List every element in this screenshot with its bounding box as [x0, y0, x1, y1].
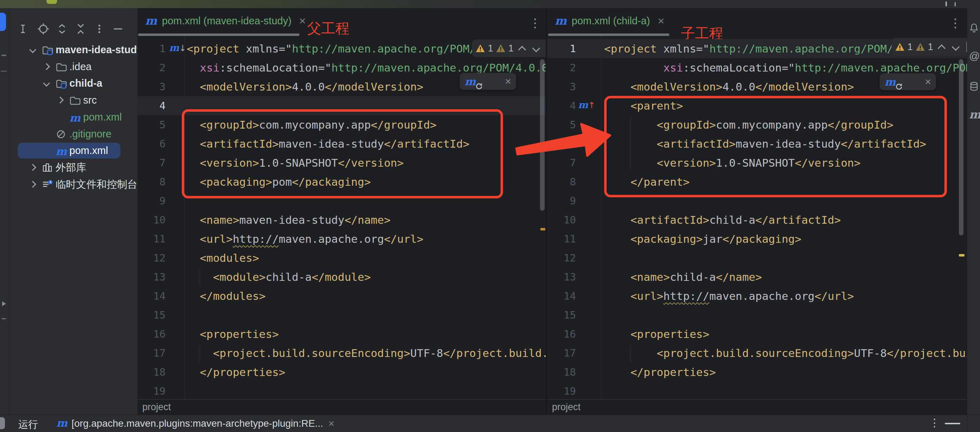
warning-stripe-mark[interactable] [959, 254, 964, 257]
line-number[interactable]: 8 [550, 172, 576, 191]
line-number[interactable]: 2 [142, 58, 165, 77]
line-number[interactable]: 4 [550, 96, 576, 115]
code-line[interactable]: <properties> [604, 325, 710, 344]
tree-item-.idea[interactable]: .idea [9, 59, 137, 75]
maven-reload-widget[interactable]: m × [460, 73, 516, 90]
line-number[interactable]: 17 [142, 344, 165, 363]
code-line[interactable]: <groupId>com.mycompany.app</groupId> [604, 115, 893, 134]
code-line[interactable]: <url>http://maven.apache.org</url> [187, 230, 423, 249]
prev-problem-icon[interactable] [938, 45, 946, 53]
editor-tabs-menu-icon[interactable]: ⋮ [949, 16, 961, 30]
inspections-widget[interactable]: 1 1 [472, 40, 546, 57]
code-line[interactable]: <modelVersion>4.0.0</modelVersion> [187, 77, 423, 96]
maven-reload-widget[interactable]: m × [880, 73, 936, 90]
line-number[interactable]: 9 [142, 191, 165, 210]
run-widget-label[interactable]: 运行 [18, 418, 38, 431]
code-line[interactable]: <project xmlns="http://maven.apache.org/… [604, 39, 933, 58]
line-number[interactable]: 18 [550, 363, 576, 382]
chevron-right-icon[interactable] [29, 164, 36, 171]
code-line[interactable]: <version>1.0-SNAPSHOT</version> [187, 153, 404, 172]
editor-scrollbar[interactable] [540, 59, 545, 211]
warning-stripe-mark[interactable] [540, 228, 545, 230]
code-line[interactable]: </properties> [604, 363, 716, 382]
tab-close-icon[interactable]: × [658, 14, 664, 27]
line-number[interactable]: 13 [550, 268, 576, 287]
run-stripe-icon[interactable] [2, 301, 6, 306]
breadcrumb-item[interactable]: project [142, 402, 171, 413]
line-number[interactable]: 16 [550, 325, 576, 344]
line-number[interactable]: 12 [550, 249, 576, 268]
code-line[interactable]: <artifactId>maven-idea-study</artifactId… [187, 134, 469, 153]
prev-problem-icon[interactable] [518, 46, 526, 54]
code-line[interactable]: </modules> [187, 287, 266, 306]
code-line[interactable]: <packaging>pom</packaging> [187, 172, 371, 191]
line-number[interactable]: 15 [550, 306, 576, 325]
ai-assistant-at-icon[interactable]: @ [969, 51, 979, 61]
line-number[interactable]: 10 [142, 210, 165, 230]
chevron-right-icon[interactable] [57, 97, 64, 104]
close-run-icon[interactable]: × [328, 418, 335, 430]
tab-pom-child[interactable]: m pom.xml (child-a) × [548, 8, 671, 33]
tree-item-pom.xml[interactable]: mpom.xml [9, 109, 137, 126]
code-line[interactable]: <name>child-a</name> [604, 268, 762, 287]
line-number[interactable]: 8 [142, 172, 165, 191]
line-number[interactable]: 7 [550, 153, 576, 172]
maven-navigate-down-icon[interactable]: m↓ [169, 39, 186, 58]
line-number[interactable]: 15 [142, 306, 165, 325]
dismiss-icon[interactable]: × [925, 76, 931, 88]
line-number[interactable]: 12 [142, 249, 165, 268]
code-line[interactable]: <module>child-a</module> [187, 268, 371, 287]
line-number[interactable]: 9 [550, 191, 576, 210]
line-number[interactable]: 14 [142, 287, 165, 306]
chevron-right-icon[interactable] [29, 181, 36, 188]
next-problem-icon[interactable] [952, 43, 960, 51]
line-number[interactable]: 3 [142, 77, 165, 96]
project-tool-window-icon[interactable] [0, 13, 6, 31]
code-line[interactable]: <packaging>jar</packaging> [604, 230, 802, 249]
tree-item-src[interactable]: src [9, 92, 137, 108]
code-line[interactable]: <url>http://maven.apache.org</url> [604, 287, 854, 306]
line-number[interactable]: 11 [550, 230, 576, 249]
database-icon[interactable] [969, 81, 979, 91]
code-line[interactable]: <project.build.sourceEncoding>UTF-8</pro… [187, 344, 546, 363]
tree-item-pom.xml[interactable]: mpom.xml [9, 142, 137, 159]
code-line[interactable]: <artifactId>child-a</artifactId> [604, 210, 841, 230]
run-configuration-text[interactable]: [org.apache.maven.plugins:maven-archetyp… [72, 418, 323, 429]
inspections-widget[interactable]: 1 1 [892, 38, 967, 56]
code-line[interactable]: <modelVersion>4.0.0</modelVersion> [604, 77, 854, 96]
code-line[interactable]: <parent> [604, 96, 683, 115]
line-number[interactable]: 7 [142, 153, 165, 172]
code-line[interactable]: <groupId>com.mycompany.app</groupId> [187, 115, 436, 134]
line-number[interactable]: 19 [550, 382, 576, 401]
code-line[interactable]: <name>maven-idea-study</name> [187, 210, 391, 230]
line-number[interactable]: 2 [550, 58, 576, 77]
tree-item-.gitignore[interactable]: .gitignore [9, 126, 137, 142]
status-hide-icon[interactable] [945, 423, 960, 424]
stripe-icon[interactable] [2, 54, 6, 56]
line-number[interactable]: 5 [142, 115, 165, 134]
breadcrumb-item[interactable]: project [552, 402, 581, 413]
line-number[interactable]: 14 [550, 287, 576, 306]
code-line[interactable]: <project xmlns="http://maven.apache.org/… [187, 39, 515, 58]
line-number[interactable]: 3 [550, 77, 576, 96]
code-line[interactable]: <modules> [187, 249, 259, 268]
tree-item-maven-idea-study[interactable]: maven-idea-study [9, 41, 137, 58]
line-number[interactable]: 19 [142, 382, 165, 401]
code-line[interactable]: <project.build.sourceEncoding>UTF-8</pro… [604, 344, 967, 363]
editor-scrollbar[interactable] [959, 59, 963, 235]
code-line[interactable]: </properties> [187, 363, 285, 382]
line-number[interactable]: 16 [142, 325, 165, 344]
line-number[interactable]: 10 [550, 210, 576, 230]
chevron-right-icon[interactable] [43, 63, 50, 70]
tree-item-临时文件和控制台[interactable]: 临时文件和控制台 [9, 176, 137, 193]
code-line[interactable]: <properties> [187, 325, 278, 344]
tab-pom-parent[interactable]: m pom.xml (maven-idea-study) × [138, 8, 313, 33]
code-line[interactable]: </parent> [604, 172, 690, 191]
stripe-icon[interactable] [1, 71, 7, 72]
tree-item-child-a[interactable]: child-a [9, 75, 137, 92]
maven-tool-window-icon[interactable]: m [969, 110, 979, 120]
code-line[interactable]: <version>1.0-SNAPSHOT</version> [604, 153, 861, 172]
line-number[interactable]: 5 [550, 115, 576, 134]
stripe-icon[interactable] [2, 318, 6, 319]
line-number[interactable]: 6 [550, 134, 576, 153]
